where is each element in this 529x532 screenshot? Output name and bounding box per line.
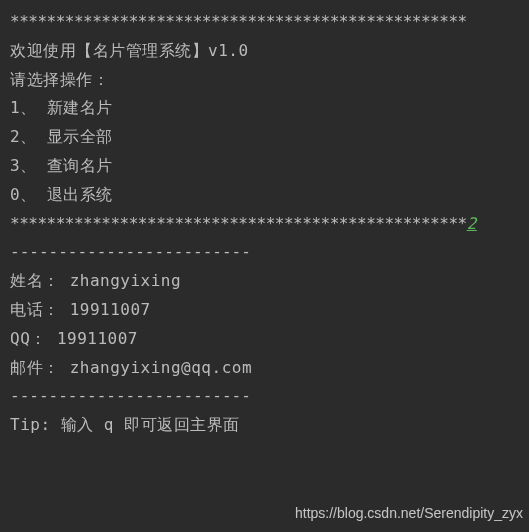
menu-item-1: 1、 新建名片 bbox=[10, 94, 519, 123]
user-input[interactable]: 2 bbox=[467, 210, 477, 239]
border-top: ****************************************… bbox=[10, 8, 519, 37]
tip-line: Tip: 输入 q 即可返回主界面 bbox=[10, 411, 519, 440]
welcome-title: 欢迎使用【名片管理系统】v1.0 bbox=[10, 37, 519, 66]
record-email: 邮件： zhangyixing@qq.com bbox=[10, 354, 519, 383]
menu-item-0: 0、 退出系统 bbox=[10, 181, 519, 210]
border-bottom: ****************************************… bbox=[10, 210, 467, 239]
record-qq: QQ： 19911007 bbox=[10, 325, 519, 354]
menu-item-2: 2、 显示全部 bbox=[10, 123, 519, 152]
separator-2: ------------------------- bbox=[10, 382, 519, 411]
record-phone: 电话： 19911007 bbox=[10, 296, 519, 325]
watermark-text: https://blog.csdn.net/Serendipity_zyx bbox=[295, 501, 523, 526]
prompt-select: 请选择操作： bbox=[10, 66, 519, 95]
separator-1: ------------------------- bbox=[10, 238, 519, 267]
record-name: 姓名： zhangyixing bbox=[10, 267, 519, 296]
menu-item-3: 3、 查询名片 bbox=[10, 152, 519, 181]
